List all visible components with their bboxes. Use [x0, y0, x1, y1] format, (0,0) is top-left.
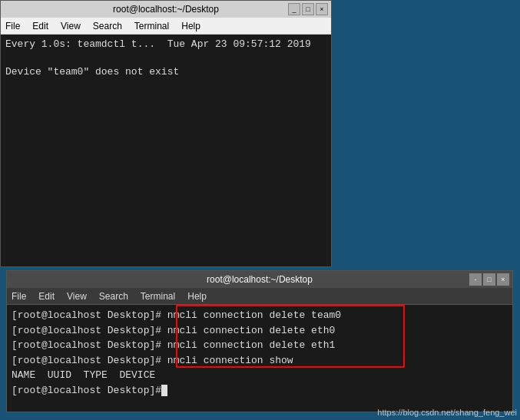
terminal-1-line-3: Device "team0" does not exist: [5, 65, 326, 79]
menu-view-2[interactable]: View: [65, 291, 88, 302]
terminal-2-line-3: [root@localhost Desktop]# nmcli connecti…: [12, 338, 508, 353]
terminal-1-title: root@localhost:~/Desktop: [113, 4, 219, 15]
watermark-url: https://blog.csdn.net/shang_feng_wei: [377, 408, 517, 417]
maximize-button-1[interactable]: □: [302, 3, 314, 15]
menu-search-2[interactable]: Search: [98, 291, 130, 302]
terminal-1-body: Every 1.0s: teamdctl t... Tue Apr 23 09:…: [1, 35, 331, 266]
menu-edit-2[interactable]: Edit: [37, 291, 56, 302]
terminal-1-line-2: [5, 51, 326, 65]
menu-file-1[interactable]: File: [4, 21, 22, 31]
restore-button-2[interactable]: □: [483, 273, 495, 286]
terminal-2-line-5: NAME UUID TYPE DEVICE: [12, 368, 508, 383]
terminal-2-body: [root@localhost Desktop]# nmcli connecti…: [7, 305, 512, 412]
terminal-2-menubar: File Edit View Search Terminal Help: [7, 288, 512, 305]
menu-file-2[interactable]: File: [10, 291, 28, 302]
terminal-1-line-1: Every 1.0s: teamdctl t... Tue Apr 23 09:…: [5, 38, 326, 51]
close-button-2[interactable]: ×: [497, 273, 509, 286]
menu-terminal-2[interactable]: Terminal: [139, 291, 177, 302]
minimize-button-1[interactable]: _: [288, 3, 300, 15]
terminal-2-line-1: [root@localhost Desktop]# nmcli connecti…: [12, 308, 508, 323]
terminal-2-line-4: [root@localhost Desktop]# nmcli connecti…: [12, 353, 508, 369]
terminal-2-line-6: [root@localhost Desktop]#: [12, 383, 508, 399]
menu-terminal-1[interactable]: Terminal: [133, 21, 171, 31]
menu-edit-1[interactable]: Edit: [31, 21, 50, 31]
terminal-1-buttons: _ □ ×: [288, 3, 328, 15]
terminal-window-2: root@localhost:~/Desktop - □ × File Edit…: [6, 270, 513, 412]
menu-search-1[interactable]: Search: [91, 21, 124, 31]
terminal-2-buttons: - □ ×: [469, 273, 509, 286]
menu-help-1[interactable]: Help: [180, 21, 202, 31]
minimize-button-2[interactable]: -: [469, 273, 482, 286]
menu-view-1[interactable]: View: [59, 21, 82, 31]
terminal-window-1: root@localhost:~/Desktop _ □ × File Edit…: [0, 0, 332, 267]
terminal-1-titlebar: root@localhost:~/Desktop _ □ ×: [1, 1, 331, 18]
menu-help-2[interactable]: Help: [186, 291, 208, 302]
terminal-2-line-2: [root@localhost Desktop]# nmcli connecti…: [12, 323, 508, 339]
terminal-2-title: root@localhost:~/Desktop: [207, 274, 313, 285]
close-button-1[interactable]: ×: [316, 3, 328, 15]
terminal-2-titlebar: root@localhost:~/Desktop - □ ×: [7, 271, 512, 288]
terminal-1-menubar: File Edit View Search Terminal Help: [1, 18, 331, 35]
